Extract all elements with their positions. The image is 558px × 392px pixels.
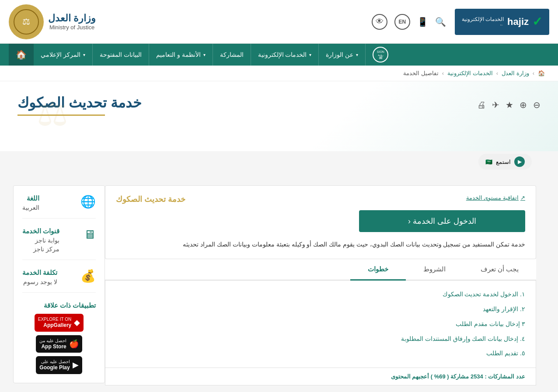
- step-2: ٢. الإقرار والتعهد: [116, 304, 525, 315]
- play-button[interactable]: ▶: [514, 156, 525, 167]
- header-icons: 🔍 📱 EN 👁: [372, 14, 446, 30]
- nav-item-participation[interactable]: المشاركة: [213, 44, 251, 66]
- chevron-down-icon: ▾: [356, 52, 358, 57]
- sidebar-language-info: اللغة العربية: [22, 194, 39, 211]
- channels-title: قنوات الخدمة: [22, 227, 59, 235]
- cost-value: لا يوجد رسوم: [22, 278, 57, 285]
- apple-icon: 🍎: [69, 339, 79, 349]
- service-card-header: ↗ اتفاقية مستوى الخدمة خدمة تحديث الصكوك: [116, 194, 525, 204]
- channel-1: بوابة ناجز: [22, 237, 59, 244]
- footer-stats: عدد المشاركات : 2534 مشاركة ( 69% ) أعجب…: [105, 368, 536, 385]
- accessibility-icon[interactable]: 👁: [372, 14, 387, 30]
- ministry-emblem: ⚖: [9, 4, 44, 39]
- monitor-icon: 🖥: [84, 227, 96, 242]
- stats-percentage: 69%: [434, 373, 446, 380]
- nav-item-open-data[interactable]: البيانات المفتوحة: [93, 44, 149, 66]
- app-store-text: احصل عليه من App Store: [39, 338, 66, 350]
- content-area: ↗ اتفاقية مستوى الخدمة خدمة تحديث الصكوك…: [105, 185, 536, 385]
- vision-badge: SIONرؤية30: [366, 47, 395, 62]
- nav-home-button[interactable]: 🏠: [9, 44, 34, 66]
- flag-icon: 🇸🇦: [485, 159, 492, 165]
- breadcrumb-eservices[interactable]: الخدمات الإلكترونية: [447, 70, 493, 76]
- channel-2: مركز ناجز: [22, 246, 59, 253]
- app-badges: ◆ EXPLORE IT ON AppGallery 🍎 احصل عليه م…: [22, 314, 96, 374]
- huawei-icon: ◆: [74, 318, 80, 327]
- nav-item-media[interactable]: ▾ المركز الإعلامي: [34, 44, 93, 66]
- chevron-down-icon: ▾: [203, 52, 206, 57]
- app-store-badge[interactable]: 🍎 احصل عليه من App Store: [36, 335, 82, 353]
- hajiz-logo[interactable]: ✓ hajiz الخدمات الإلكترونية ←: [455, 9, 549, 35]
- tab-conditions[interactable]: الشروط: [406, 259, 463, 281]
- step-3: ٣ إدخال بيانات مقدم الطلب: [116, 319, 525, 330]
- stats-count: 2534: [471, 373, 483, 380]
- site-header: ✓ hajiz الخدمات الإلكترونية ← 🔍 📱 EN 👁 و…: [0, 0, 558, 44]
- service-tabs: يجب أن تعرف الشروط خطوات: [105, 259, 536, 281]
- tab-steps[interactable]: خطوات: [350, 259, 406, 281]
- breadcrumb: 🏠 › وزارة العدل › الخدمات الإلكترونية › …: [0, 66, 558, 81]
- sidebar-cost-info: تكلفة الخدمة لا يوجد رسوم: [22, 269, 57, 285]
- mobile-icon[interactable]: 📱: [417, 17, 428, 27]
- ministry-logo: وزارة العدل Ministry of Justice ⚖: [9, 4, 96, 39]
- sidebar-apps-section: تطبيقات ذات علاقة ◆ EXPLORE IT ON AppGal…: [22, 302, 96, 374]
- vision-circle: SIONرؤية30: [373, 47, 388, 62]
- search-icon[interactable]: 🔍: [435, 17, 446, 27]
- step-1: ١. الدخول لخدمة تحديث الصكوك: [116, 289, 525, 300]
- step-5: ٥. تقديم الطلب: [116, 348, 525, 359]
- service-card-title: خدمة تحديث الصكوك: [116, 194, 185, 204]
- google-play-icon: ▶: [73, 360, 79, 370]
- breadcrumb-ministry[interactable]: وزارة العدل: [502, 70, 529, 76]
- hajiz-text: الخدمات الإلكترونية ←: [462, 16, 504, 27]
- check-icon: ✓: [532, 14, 542, 29]
- stats-suffix: ) أعجبهم المحتوى: [391, 373, 433, 380]
- service-card: ↗ اتفاقية مستوى الخدمة خدمة تحديث الصكوك…: [105, 185, 536, 259]
- hajiz-brand: hajiz: [507, 16, 529, 28]
- header-right: ✓ hajiz الخدمات الإلكترونية ← 🔍 📱 EN 👁: [372, 9, 549, 35]
- hero-decoration: ⚖: [9, 86, 96, 147]
- sidebar-channels-info: قنوات الخدمة بوابة ناجز مركز ناجز: [22, 227, 59, 253]
- main-layout: ↗ اتفاقية مستوى الخدمة خدمة تحديث الصكوك…: [0, 177, 558, 392]
- service-description: خدمة تمكن المستفيد من تسجيل وتحديث بيانا…: [116, 239, 525, 250]
- sidebar: 🌐 اللغة العربية 🖥 قنوات الخدمة بوابة ناج…: [13, 185, 105, 383]
- toolbar: ⊖ ⊕ ★ ✈ 🖨: [477, 100, 541, 110]
- steps-list: ١. الدخول لخدمة تحديث الصكوك ٢. الإقرار …: [116, 289, 525, 359]
- google-play-badge[interactable]: ▶ احصل عليه على Google Play: [36, 356, 82, 374]
- listen-bar-wrapper: ▶ استمع 🇸🇦: [0, 151, 558, 177]
- chevron-down-icon: ▾: [309, 52, 311, 57]
- share-icon[interactable]: ✈: [492, 100, 499, 110]
- minus-icon[interactable]: ⊖: [533, 100, 541, 110]
- tab-should-know[interactable]: يجب أن تعرف: [463, 259, 536, 281]
- svg-text:⚖: ⚖: [37, 94, 68, 133]
- service-agreement-link[interactable]: ↗ اتفاقية مستوى الخدمة: [466, 194, 525, 201]
- tab-content-steps: ١. الدخول لخدمة تحديث الصكوك ٢. الإقرار …: [105, 281, 536, 368]
- listen-bar: ▶ استمع 🇸🇦: [478, 154, 532, 170]
- svg-text:⚖: ⚖: [22, 17, 30, 26]
- huawei-app-gallery-badge[interactable]: ◆ EXPLORE IT ON AppGallery: [35, 314, 84, 332]
- cost-icon: 💰: [80, 269, 96, 283]
- hero-left: ⊖ ⊕ ★ ✈ 🖨: [477, 94, 541, 110]
- plus-icon[interactable]: ⊕: [520, 100, 527, 110]
- sidebar-cost-section: 💰 تكلفة الخدمة لا يوجد رسوم: [22, 269, 96, 293]
- language-toggle[interactable]: EN: [394, 14, 410, 30]
- language-value: العربية: [22, 204, 39, 211]
- external-link-icon: ↗: [520, 194, 525, 201]
- sidebar-channels-section: 🖥 قنوات الخدمة بوابة ناجز مركز ناجز: [22, 227, 96, 260]
- stats-mid: مشاركة (: [446, 373, 469, 380]
- language-icon: 🌐: [80, 194, 96, 209]
- nav-item-ministry-info[interactable]: ▾ عن الوزارة: [319, 44, 366, 66]
- step-4: ٤. إدخال بيانات الصك وإرفاق المستندات ال…: [116, 334, 525, 344]
- sidebar-language-section: 🌐 اللغة العربية: [22, 194, 96, 219]
- star-icon[interactable]: ★: [506, 100, 513, 110]
- google-play-text: احصل عليه على Google Play: [39, 359, 70, 371]
- cost-title: تكلفة الخدمة: [22, 269, 57, 277]
- language-title: اللغة: [22, 194, 39, 202]
- print-icon[interactable]: 🖨: [477, 100, 486, 110]
- apps-title: تطبيقات ذات علاقة: [22, 302, 96, 309]
- nav-item-systems[interactable]: ▾ الأنظمة و التعاميم: [149, 44, 213, 66]
- breadcrumb-current: تفاصيل الخدمة: [403, 70, 439, 76]
- enter-service-button[interactable]: الدخول على الخدمة ‹: [359, 210, 525, 232]
- nav-item-eservices[interactable]: ▾ الخدمات الإلكترونية: [251, 44, 319, 66]
- stats-prefix: عدد المشاركات :: [483, 373, 525, 380]
- huawei-text: EXPLORE IT ON AppGallery: [38, 316, 72, 329]
- home-breadcrumb-icon: 🏠: [538, 70, 545, 76]
- chevron-down-icon: ▾: [83, 52, 85, 57]
